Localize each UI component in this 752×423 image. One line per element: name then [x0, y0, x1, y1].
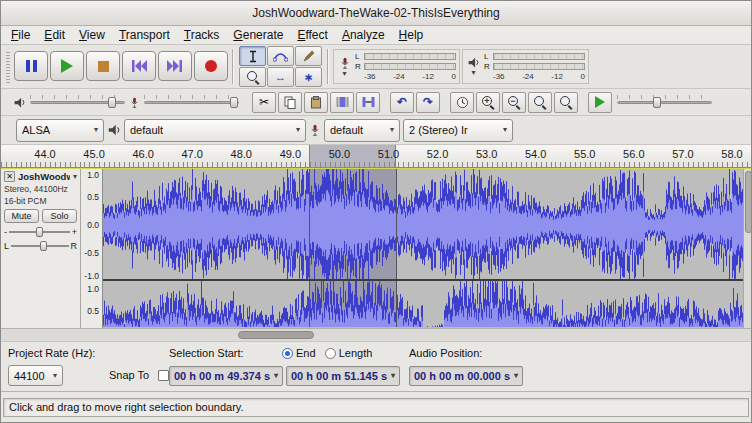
dropdown-arrow-icon: ▾ [296, 126, 300, 134]
redo-icon: ↷ [423, 95, 433, 109]
track-format-line2: 16-bit PCM [4, 196, 77, 206]
dropdown-arrow-icon[interactable]: ▾ [471, 69, 475, 77]
track-name: JoshWoodwa [18, 171, 70, 182]
cut-button[interactable]: ✂ [252, 92, 276, 113]
meter-left-label: L [355, 52, 362, 61]
timeshift-tool-button[interactable]: ↔ [267, 67, 294, 87]
ruler-tick-label: 56.0 [623, 148, 644, 160]
silence-audio-button[interactable] [356, 92, 380, 113]
track-control-panel[interactable]: ✕ JoshWoodwa ▾ Stereo, 44100Hz 16-bit PC… [1, 169, 81, 328]
horizontal-scrollbar[interactable] [1, 328, 751, 341]
track-close-button[interactable]: ✕ [4, 171, 15, 182]
track-menu-arrow-icon[interactable]: ▾ [73, 173, 77, 181]
recording-device-combo[interactable]: default ▾ [324, 119, 400, 142]
meter-scale: -36-24-120 [484, 72, 585, 81]
selection-start-label: Selection Start: [169, 347, 244, 359]
vertical-scrollbar-thumb[interactable] [745, 171, 752, 233]
fit-selection-button[interactable] [528, 92, 552, 113]
menu-item-effect[interactable]: Effect [290, 27, 334, 43]
menu-item-transport[interactable]: Transport [112, 27, 177, 43]
dropdown-arrow-icon: ▾ [94, 126, 98, 134]
pan-slider[interactable]: L R [4, 241, 77, 251]
multi-tool-button[interactable]: ∗ [295, 67, 322, 87]
meter-scale-label: 0 [452, 72, 456, 81]
meter-scale-label: -24 [393, 72, 405, 81]
selection-start-field[interactable]: 00 h 00 m 49.374 s ▾ [169, 366, 283, 386]
trim-audio-button[interactable] [330, 92, 354, 113]
horizontal-scrollbar-thumb[interactable] [238, 331, 314, 339]
output-volume-slider[interactable] [30, 94, 125, 110]
solo-button[interactable]: Solo [42, 209, 77, 223]
zoom-out-button[interactable]: − [502, 92, 526, 113]
undo-button[interactable]: ↶ [390, 92, 414, 113]
menu-item-generate[interactable]: Generate [226, 27, 290, 43]
pause-icon [26, 60, 37, 72]
meter-scale-label: -12 [551, 72, 563, 81]
microphone-icon [339, 56, 351, 70]
track: ✕ JoshWoodwa ▾ Stereo, 44100Hz 16-bit PC… [1, 168, 751, 328]
timeline-ruler[interactable]: 44.045.046.047.048.049.050.051.052.053.0… [1, 145, 751, 168]
fit-project-button[interactable] [554, 92, 578, 113]
device-toolbar: ALSA ▾ default ▾ default ▾ 2 (Stereo) Ir… [1, 116, 751, 145]
copy-button[interactable] [278, 92, 302, 113]
meter-scale-label: -36 [364, 72, 376, 81]
menu-item-help[interactable]: Help [392, 27, 431, 43]
status-panel: Click and drag to move right selection b… [3, 398, 749, 417]
gain-slider[interactable]: - + [4, 227, 77, 237]
vertical-amplitude-ruler[interactable]: 1.00.50.0-0.5-1.0 1.00.50.0-0.5-1.0 [81, 169, 103, 328]
recording-meter[interactable]: ▾ L R -36-24-120 [333, 49, 460, 84]
ruler-tick-label: 48.0 [231, 148, 252, 160]
waveform-canvas-right[interactable] [103, 281, 743, 327]
audio-host-combo[interactable]: ALSA ▾ [16, 119, 104, 142]
speaker-icon [13, 96, 26, 109]
playback-meter[interactable]: ▾ L R -36-24-120 [462, 49, 589, 84]
dropdown-arrow-icon[interactable]: ▾ [342, 70, 346, 78]
menu-item-view[interactable]: View [72, 27, 112, 43]
skip-to-start-button[interactable] [122, 51, 156, 81]
playback-device-combo[interactable]: default ▾ [124, 119, 306, 142]
toolbar-grip[interactable] [6, 50, 10, 83]
record-button[interactable] [194, 51, 228, 81]
play-speed-slider[interactable] [617, 94, 712, 110]
menu-item-tracks[interactable]: Tracks [177, 27, 227, 43]
pan-right-label: R [71, 241, 78, 251]
menu-item-analyze[interactable]: Analyze [335, 27, 392, 43]
skip-to-end-button[interactable] [158, 51, 192, 81]
selection-end-field[interactable]: 00 h 00 m 51.145 s ▾ [286, 366, 400, 386]
ruler-tick-label: 46.0 [132, 148, 153, 160]
envelope-tool-button[interactable] [267, 46, 294, 66]
zoom-tool-button[interactable] [239, 67, 266, 87]
play-at-speed-button[interactable] [588, 92, 612, 113]
mute-button[interactable]: Mute [4, 209, 39, 223]
dropdown-arrow-icon: ▾ [274, 372, 278, 380]
project-rate-combo[interactable]: 44100 ▾ [8, 365, 63, 386]
recording-channels-combo[interactable]: 2 (Stereo) Ir ▾ [403, 119, 513, 142]
meter-right-label: R [355, 62, 362, 71]
play-button[interactable] [50, 51, 84, 81]
meter-scale-label: -24 [522, 72, 534, 81]
paste-button[interactable] [304, 92, 328, 113]
timer-button[interactable] [450, 92, 474, 113]
menu-item-edit[interactable]: Edit [37, 27, 72, 43]
zoom-in-button[interactable]: + [476, 92, 500, 113]
pause-button[interactable] [14, 51, 48, 81]
meter-scale-label: -36 [493, 72, 505, 81]
menu-item-file[interactable]: File [4, 27, 37, 43]
dropdown-arrow-icon: ▾ [514, 372, 518, 380]
titlebar: JoshWoodward-TheWake-02-ThisIsEverything [1, 1, 751, 26]
amplitude-scale-label: -0.5 [84, 248, 99, 258]
stop-button[interactable] [86, 51, 120, 81]
project-rate-value: 44100 [14, 370, 45, 382]
snap-to-label: Snap To [109, 369, 149, 381]
selection-tool-button[interactable] [239, 46, 266, 66]
vertical-scrollbar[interactable] [743, 169, 752, 328]
input-volume-slider[interactable] [144, 94, 239, 110]
redo-button[interactable]: ↷ [416, 92, 440, 113]
audio-position-field[interactable]: 00 h 00 m 00.000 s ▾ [409, 366, 523, 386]
end-radio[interactable] [282, 348, 293, 359]
ruler-tick-label: 44.0 [34, 148, 55, 160]
draw-tool-button[interactable] [295, 46, 322, 66]
waveform-canvas-left[interactable] [103, 169, 743, 281]
snap-to-checkbox[interactable] [158, 370, 169, 381]
length-radio[interactable] [325, 348, 336, 359]
